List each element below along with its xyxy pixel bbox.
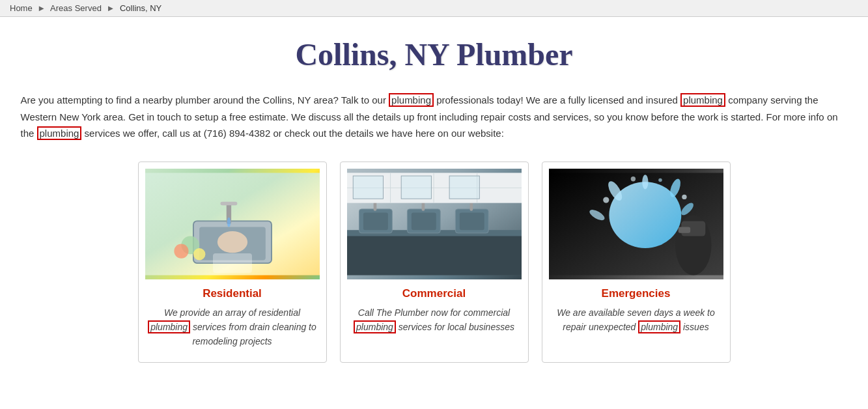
emergencies-image <box>549 169 723 279</box>
svg-rect-28 <box>401 176 431 199</box>
svg-point-5 <box>227 217 231 227</box>
breadcrumb-current: Collins, NY <box>120 3 161 13</box>
emergencies-desc-after: issues <box>680 322 709 332</box>
svg-point-38 <box>603 197 609 203</box>
plumbing-highlight-1: plumbing <box>389 93 434 107</box>
card-residential: Residential We provide an array of resid… <box>138 162 327 363</box>
commercial-image <box>347 169 522 279</box>
emergencies-plumbing-highlight: plumbing <box>638 320 680 333</box>
intro-text-1: Are you attempting to find a nearby plum… <box>21 94 389 106</box>
plumbing-highlight-2: plumbing <box>680 93 725 107</box>
intro-text-2: professionals today! We are a fully lice… <box>434 94 680 106</box>
breadcrumb-areas-served[interactable]: Areas Served <box>50 3 102 13</box>
commercial-desc: Call The Plumber now for commercial plum… <box>347 305 522 335</box>
svg-rect-4 <box>220 201 237 205</box>
svg-point-9 <box>193 247 204 259</box>
cards-container: Residential We provide an array of resid… <box>21 162 848 363</box>
residential-title: Residential <box>145 287 320 300</box>
svg-point-37 <box>642 175 648 189</box>
svg-rect-11 <box>347 233 522 275</box>
svg-rect-43 <box>678 227 690 233</box>
intro-paragraph: Are you attempting to find a nearby plum… <box>21 92 848 142</box>
svg-rect-18 <box>459 212 484 230</box>
residential-desc-after: services from drain cleaning to remodeli… <box>190 322 316 346</box>
svg-point-41 <box>658 178 662 182</box>
breadcrumb: Home ► Areas Served ► Collins, NY <box>0 0 868 17</box>
commercial-plumbing-highlight: plumbing <box>354 320 396 333</box>
residential-desc-before: We provide an array of residential <box>164 307 300 318</box>
svg-point-6 <box>217 231 247 253</box>
card-emergencies: Emergencies We are available seven days … <box>542 162 731 363</box>
emergencies-desc: We are available seven days a week to re… <box>549 305 723 335</box>
commercial-desc-before: Call The Plumber now for commercial <box>358 307 510 318</box>
svg-rect-27 <box>353 176 383 199</box>
card-commercial: Commercial Call The Plumber now for comm… <box>340 162 529 363</box>
plumbing-highlight-3: plumbing <box>37 126 82 140</box>
breadcrumb-sep-2: ► <box>106 3 115 13</box>
page-title: Collins, NY Plumber <box>21 36 848 72</box>
svg-point-8 <box>174 244 188 258</box>
commercial-desc-after: services for local businesses <box>396 322 514 332</box>
residential-plumbing-highlight: plumbing <box>148 320 190 333</box>
breadcrumb-sep-1: ► <box>37 3 46 13</box>
svg-rect-14 <box>363 212 387 230</box>
intro-text-4: services we offer, call us at (716) 894-… <box>81 128 503 139</box>
commercial-title: Commercial <box>347 287 522 300</box>
residential-image <box>145 169 320 279</box>
svg-point-40 <box>630 176 635 180</box>
residential-desc: We provide an array of residential plumb… <box>145 305 320 349</box>
svg-rect-16 <box>411 212 436 230</box>
svg-point-39 <box>682 194 686 199</box>
svg-rect-29 <box>449 176 479 199</box>
breadcrumb-home[interactable]: Home <box>10 3 33 13</box>
main-content: Collins, NY Plumber Are you attempting t… <box>11 17 858 382</box>
emergencies-title: Emergencies <box>549 287 723 300</box>
